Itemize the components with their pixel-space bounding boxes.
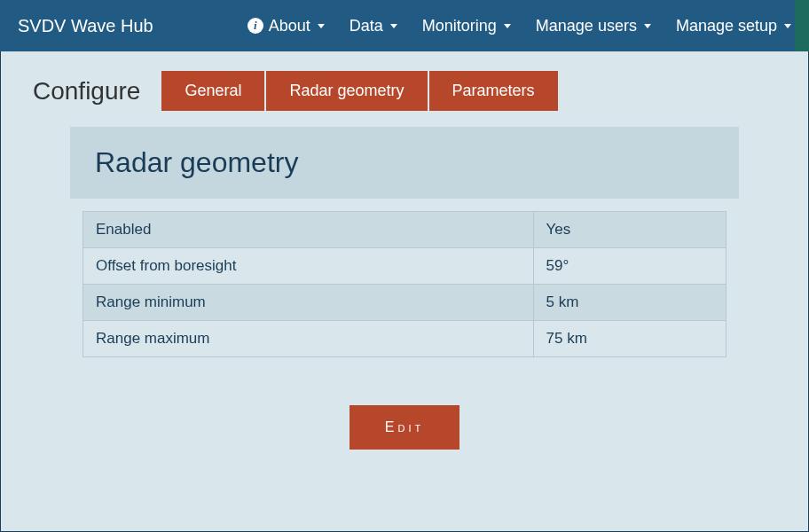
properties-table: Enabled Yes Offset from boresight 59° Ra… — [82, 211, 727, 357]
panel-body: Enabled Yes Offset from boresight 59° Ra… — [70, 199, 739, 384]
prop-value: Yes — [533, 212, 727, 248]
chevron-down-icon — [504, 24, 511, 28]
table-row: Enabled Yes — [83, 212, 727, 248]
tab-general[interactable]: General — [161, 71, 264, 111]
tabs: General Radar geometry Parameters — [161, 71, 557, 111]
prop-label: Offset from boresight — [83, 248, 534, 285]
tab-radar-geometry[interactable]: Radar geometry — [266, 71, 427, 111]
page-title: Configure — [33, 77, 140, 106]
nav-manage-setup[interactable]: Manage setup — [676, 17, 791, 35]
nav-label: Data — [350, 17, 383, 35]
table-row: Range maximum 75 km — [83, 321, 727, 357]
panel-footer: Edit — [70, 384, 739, 471]
nav-label: Manage setup — [676, 17, 777, 35]
brand[interactable]: SVDV Wave Hub — [18, 16, 153, 36]
prop-value: 5 km — [533, 285, 727, 321]
nav-label: Manage users — [536, 17, 637, 35]
prop-label: Range minimum — [83, 285, 534, 321]
content: Configure General Radar geometry Paramet… — [0, 51, 809, 532]
prop-label: Range maximum — [83, 321, 534, 357]
chevron-down-icon — [644, 24, 651, 28]
panel-header: Radar geometry — [70, 127, 739, 199]
prop-label: Enabled — [83, 212, 534, 248]
panel: Radar geometry Enabled Yes Offset from b… — [70, 127, 739, 471]
nav-about[interactable]: i About — [247, 17, 325, 35]
panel-title: Radar geometry — [95, 146, 714, 179]
tab-parameters[interactable]: Parameters — [429, 71, 558, 111]
table-row: Range minimum 5 km — [83, 285, 727, 321]
navbar: SVDV Wave Hub i About Data Monitoring Ma… — [0, 0, 809, 51]
prop-value: 59° — [533, 248, 727, 285]
edit-button[interactable]: Edit — [350, 405, 459, 450]
header-row: Configure General Radar geometry Paramet… — [1, 51, 808, 127]
info-icon: i — [247, 18, 263, 34]
nav-label: About — [269, 17, 310, 35]
chevron-down-icon — [390, 24, 397, 28]
prop-value: 75 km — [533, 321, 727, 357]
nav-manage-users[interactable]: Manage users — [536, 17, 651, 35]
chevron-down-icon — [318, 24, 325, 28]
nav-data[interactable]: Data — [350, 17, 397, 35]
nav-label: Monitoring — [422, 17, 497, 35]
right-edge-decor — [795, 0, 809, 51]
nav-items: i About Data Monitoring Manage users Man… — [247, 17, 791, 35]
nav-monitoring[interactable]: Monitoring — [422, 17, 511, 35]
table-row: Offset from boresight 59° — [83, 248, 727, 285]
chevron-down-icon — [784, 24, 791, 28]
